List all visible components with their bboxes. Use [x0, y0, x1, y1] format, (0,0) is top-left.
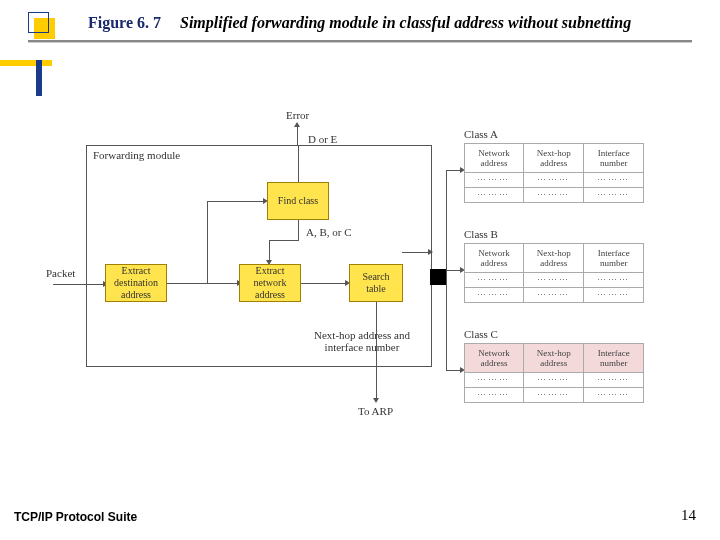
nexthop-label: Next-hop address and interface number	[307, 329, 417, 353]
class-c-title: Class C	[464, 328, 498, 340]
arrow-to-class-b-icon	[446, 270, 460, 271]
d-or-e-label: D or E	[308, 133, 337, 145]
slide-header: Figure 6. 7 Simplified forwarding module…	[0, 0, 720, 60]
connector	[402, 252, 428, 253]
connector	[298, 220, 299, 240]
box-find-class: Find class	[267, 182, 329, 220]
table-row: ⋯⋯⋯⋯⋯⋯⋯⋯⋯	[465, 388, 644, 403]
class-a-title: Class A	[464, 128, 498, 140]
arrow-packet-in-icon	[53, 284, 103, 285]
arrow-to-search-icon	[301, 283, 345, 284]
arrow-to-class-c-icon	[446, 370, 460, 371]
footer-left: TCP/IP Protocol Suite	[14, 510, 137, 524]
table-row: ⋯⋯⋯⋯⋯⋯⋯⋯⋯	[465, 273, 644, 288]
arrow-abc-down-icon	[269, 240, 270, 260]
forwarding-diagram: Error D or E Forwarding module Extract d…	[86, 115, 646, 455]
abc-label: A, B, or C	[306, 226, 352, 238]
table-row: ⋯⋯⋯⋯⋯⋯⋯⋯⋯	[465, 173, 644, 188]
module-output-bar	[430, 269, 446, 285]
forwarding-module-label: Forwarding module	[93, 149, 180, 161]
table-row: ⋯⋯⋯⋯⋯⋯⋯⋯⋯	[465, 288, 644, 303]
class-c-table: Network addressNext-hop addressInterface…	[464, 343, 644, 403]
accent-bar-horizontal	[0, 60, 52, 66]
class-a-table: Network addressNext-hop addressInterface…	[464, 143, 644, 203]
connector	[207, 201, 208, 284]
figure-title: Simplified forwarding module in classful…	[180, 14, 631, 32]
arrow-to-find-class-icon	[207, 201, 263, 202]
arrow-error-icon	[297, 127, 298, 145]
accent-bar-vertical	[36, 60, 42, 96]
slide-number: 14	[681, 507, 696, 524]
figure-number: Figure 6. 7	[88, 14, 161, 32]
class-b-table: Network addressNext-hop addressInterface…	[464, 243, 644, 303]
box-extract-destination: Extract destination address	[105, 264, 167, 302]
table-row: ⋯⋯⋯⋯⋯⋯⋯⋯⋯	[465, 188, 644, 203]
box-extract-network: Extract network address	[239, 264, 301, 302]
connector	[269, 240, 299, 241]
packet-label: Packet	[46, 267, 75, 279]
arrow-to-class-a-icon	[446, 170, 460, 171]
error-label: Error	[286, 109, 309, 121]
table-row: ⋯⋯⋯⋯⋯⋯⋯⋯⋯	[465, 373, 644, 388]
header-rule	[28, 40, 692, 43]
to-arp-label: To ARP	[358, 405, 393, 417]
arrow-to-extract-net-icon	[167, 283, 237, 284]
class-b-title: Class B	[464, 228, 498, 240]
connector	[298, 146, 299, 182]
box-search-table: Search table	[349, 264, 403, 302]
